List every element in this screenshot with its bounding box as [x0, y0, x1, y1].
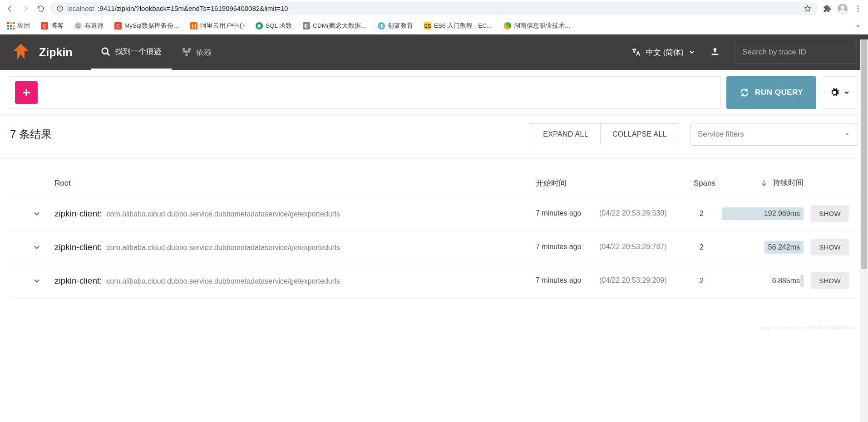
translate-icon: [631, 47, 641, 57]
results-table: Root 开始时间 Spans 持续时间 zipkin-client:com.a…: [10, 170, 858, 297]
duration-cell: 192.969ms: [722, 210, 804, 218]
scroll-pane[interactable]: Root 开始时间 Spans 持续时间 zipkin-client:com.a…: [10, 170, 858, 333]
bookmark-item[interactable]: G布道师: [71, 20, 107, 32]
results-table-wrap: Root 开始时间 Spans 持续时间 zipkin-client:com.a…: [0, 159, 868, 333]
search-icon: [101, 47, 111, 57]
expand-row-button[interactable]: [19, 209, 54, 218]
bookmark-item[interactable]: 湖南信息职业技术…: [500, 20, 575, 32]
brand-text: Zipkin: [39, 46, 73, 59]
table-header: Root 开始时间 Spans 持续时间: [10, 170, 858, 196]
bookmark-item[interactable]: CMySql数据库备份…: [111, 20, 183, 32]
chevron-down-icon: [688, 49, 695, 56]
nav-tabs: 找到一个痕迹 依赖: [91, 34, 222, 70]
svg-line-9: [107, 53, 109, 55]
span-count: 2: [676, 277, 722, 285]
span-name: com.alibaba.cloud.dubbo.service.dubbomet…: [107, 210, 340, 218]
expand-all-button[interactable]: EXPAND ALL: [531, 123, 600, 145]
scrollbar[interactable]: [860, 39, 868, 333]
bookmark-item[interactable]: ◐CDM(概念大数据…: [299, 20, 370, 32]
browser-toolbar: localhost:9411/zipkin/?lookback=15m&endT…: [0, 0, 868, 17]
svg-point-8: [102, 48, 108, 54]
back-button[interactable]: [4, 2, 16, 15]
reload-button[interactable]: [35, 2, 47, 15]
tab-find-trace[interactable]: 找到一个痕迹: [91, 34, 172, 70]
chevron-down-icon: [843, 89, 850, 96]
span-name: com.alibaba.cloud.dubbo.service.dubbomet…: [107, 244, 340, 252]
query-bar: RUN QUERY: [0, 70, 868, 116]
expand-row-button[interactable]: [19, 243, 54, 252]
show-button[interactable]: SHOW: [811, 272, 849, 289]
service-name: zipkin-client:: [54, 209, 102, 219]
url-host: localhost: [67, 5, 94, 12]
svg-rect-10: [182, 48, 185, 51]
duration-value: 6.885ms: [772, 277, 800, 285]
root-cell: zipkin-client:com.alibaba.cloud.dubbo.se…: [54, 209, 536, 219]
sort-desc-icon: [760, 179, 768, 187]
root-cell: zipkin-client:com.alibaba.cloud.dubbo.se…: [54, 276, 536, 286]
table-row: zipkin-client:com.alibaba.cloud.dubbo.se…: [10, 230, 858, 264]
dependencies-icon: [182, 47, 192, 57]
svg-rect-12: [185, 54, 188, 57]
service-name: zipkin-client:: [54, 276, 102, 286]
menu-icon[interactable]: [852, 2, 864, 15]
zipkin-logo-icon: [11, 42, 31, 62]
service-filters-select[interactable]: Service filters: [690, 123, 858, 146]
forward-button[interactable]: [19, 2, 32, 15]
watermark: https://blog.csdn.net/ZHANGDANDAN04: [760, 325, 855, 330]
run-query-button[interactable]: RUN QUERY: [726, 76, 816, 109]
bookmark-item[interactable]: ◑创蓝教育: [374, 20, 417, 32]
start-absolute: (04/22 20:53:29:209): [599, 276, 676, 285]
profile-icon[interactable]: [836, 2, 849, 15]
add-criteria-button[interactable]: [15, 81, 38, 104]
refresh-icon: [740, 88, 750, 98]
bookmark-item[interactable]: C博客: [37, 20, 67, 32]
url-path: :9411/zipkin/?lookback=15m&endTs=1619096…: [98, 5, 288, 12]
duration-value: 56.242ms: [768, 243, 800, 251]
col-root[interactable]: Root: [54, 179, 536, 188]
svg-rect-11: [188, 48, 191, 51]
logo-wrap[interactable]: Zipkin: [11, 42, 73, 62]
scrollbar-thumb[interactable]: [861, 39, 867, 269]
duration-cell: 56.242ms: [722, 243, 804, 251]
root-cell: zipkin-client:com.alibaba.cloud.dubbo.se…: [54, 242, 536, 252]
bookmark-item[interactable]: [-]阿里云用户中心: [187, 20, 248, 32]
svg-point-2: [60, 7, 60, 8]
upload-icon: [710, 46, 720, 56]
svg-point-7: [858, 10, 859, 12]
dropdown-icon: [844, 131, 850, 137]
start-absolute: (04/22 20:53:26:767): [599, 242, 676, 252]
bookmark-item[interactable]: ◉SQL 函数: [252, 20, 296, 32]
span-count: 2: [676, 210, 722, 218]
zipkin-header: Zipkin 找到一个痕迹 依赖 中文 (简体): [0, 34, 868, 70]
tab-dependencies[interactable]: 依赖: [172, 34, 222, 70]
show-button[interactable]: SHOW: [811, 239, 849, 255]
start-absolute: (04/22 20:53:26:530): [599, 209, 676, 218]
show-button[interactable]: SHOW: [811, 205, 849, 222]
col-spans[interactable]: Spans: [676, 179, 722, 188]
start-relative: 7 minutes ago: [536, 276, 599, 285]
table-row: zipkin-client:com.alibaba.cloud.dubbo.se…: [10, 196, 858, 230]
bookmarks-bar: 应用 C博客 G布道师 CMySql数据库备份… [-]阿里云用户中心 ◉SQL…: [0, 17, 868, 34]
extensions-icon[interactable]: [821, 2, 833, 15]
expand-row-button[interactable]: [19, 276, 54, 285]
svg-point-4: [841, 5, 844, 9]
span-name: com.alibaba.cloud.dubbo.service.dubbomet…: [107, 277, 340, 285]
col-duration[interactable]: 持续时间: [722, 178, 804, 187]
query-builder[interactable]: [10, 76, 721, 109]
bookmark-item[interactable]: ESES6 入门教程 - EC…: [420, 20, 497, 32]
gear-icon: [829, 88, 839, 98]
address-bar[interactable]: localhost:9411/zipkin/?lookback=15m&endT…: [50, 2, 818, 15]
col-start[interactable]: 开始时间: [536, 178, 599, 188]
upload-button[interactable]: [710, 46, 720, 58]
collapse-all-button[interactable]: COLLAPSE ALL: [600, 123, 679, 145]
duration-value: 192.969ms: [764, 210, 800, 217]
duration-cell: 6.885ms: [722, 277, 804, 285]
bookmarks-overflow[interactable]: »: [852, 22, 864, 29]
star-icon[interactable]: [804, 5, 812, 13]
language-selector[interactable]: 中文 (简体): [631, 47, 695, 58]
service-name: zipkin-client:: [54, 242, 102, 252]
search-trace-input[interactable]: [735, 41, 857, 64]
apps-button[interactable]: 应用: [4, 20, 34, 32]
svg-point-5: [858, 5, 859, 7]
query-settings-button[interactable]: [822, 76, 858, 109]
